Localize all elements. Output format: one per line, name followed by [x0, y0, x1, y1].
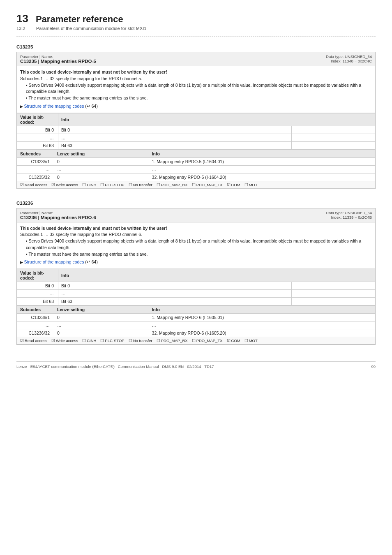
value-table-c13235: Value is bit-coded: Info Bit 0 Bit 0 … …… — [17, 113, 375, 150]
param-label-c13235: Parameter | Name: — [20, 54, 96, 59]
footer-row-c13235: Read access Write access CINH PLC-STOP N… — [17, 181, 375, 188]
cb-com: COM — [227, 183, 240, 187]
subcode-header-col3-c13236: Info — [149, 306, 375, 314]
param-label-c13236: Parameter | Name: — [20, 210, 96, 215]
cb-write-access: Write access — [51, 183, 78, 187]
param-header-c13235: Parameter | Name: C13235 | Mapping entri… — [17, 52, 375, 66]
param-name-block-c13236: Parameter | Name: C13236 | Mapping entri… — [20, 210, 96, 220]
param-block-c13235: Parameter | Name: C13235 | Mapping entri… — [16, 52, 376, 189]
cb-mot-c13236: MOT — [244, 338, 258, 343]
table-row: C13236/1 0 1. Mapping entry RPDO-6 (I-16… — [17, 314, 375, 321]
desc-bullet-2-c13236: The master must have the same mapping en… — [26, 251, 372, 258]
sub-title: Parameters of the communication module f… — [36, 26, 146, 31]
chapter-number: 13 — [16, 12, 28, 25]
subcode-header-col2-c13236: Lenze setting — [54, 306, 149, 314]
subcode-header-col1-c13236: Subcodes — [17, 306, 54, 314]
sub-number: 13.2 — [16, 26, 29, 31]
param-name-c13235: C13235 | Mapping entries RPDO-5 — [20, 59, 96, 64]
table-row: Bit 0 Bit 0 — [17, 126, 375, 134]
value-header-col1-c13236: Value is bit-coded: — [17, 269, 58, 282]
cb-cinh: CINH — [82, 183, 96, 187]
param-data-type-c13235: Data type: UNSIGNED_64 Index: 11340 = 0x… — [326, 54, 372, 63]
param-name-c13236: C13236 | Mapping entries RPDO-6 — [20, 215, 96, 220]
table-row: C13235/32 0 32. Mapping entry RPDO-5 (I-… — [17, 173, 375, 181]
table-row: … … … — [17, 321, 375, 329]
table-row: Bit 63 Bit 63 — [17, 141, 375, 149]
chapter-title: Parameter reference — [36, 14, 123, 25]
cb-plc-stop: PLC-STOP — [100, 183, 124, 187]
footer-page-number: 99 — [371, 364, 376, 369]
link-line-c13235: Structure of the mapping codes (↵ 64) — [20, 103, 372, 110]
cb-no-transfer: No transfer — [129, 183, 152, 187]
cb-read-access: Read access — [20, 183, 47, 187]
value-header-col2-c13236: Info — [58, 269, 375, 282]
cb-cinh-c13236: CINH — [82, 338, 96, 343]
cb-pdo-map-tx: PDO_MAP_TX — [192, 183, 223, 187]
table-row: C13235/1 0 1. Mapping entry RPDO-5 (I-16… — [17, 157, 375, 165]
table-row: … … … — [17, 165, 375, 173]
table-row: … … — [17, 134, 375, 141]
checkbox-row-c13235: Read access Write access CINH PLC-STOP N… — [20, 183, 371, 187]
subchapter: 13.2 Parameters of the communication mod… — [16, 26, 376, 31]
page-header: 13 Parameter reference 13.2 Parameters o… — [16, 12, 376, 31]
cb-pdo-map-rx: PDO_MAP_RX — [157, 183, 188, 187]
subcode-table-c13235: Subcodes Lenze setting Info C13235/1 0 1… — [17, 150, 375, 189]
desc-bullet-1-c13235: Servo Drives 9400 exclusively support ma… — [26, 82, 372, 95]
subcode-header-col2: Lenze setting — [54, 150, 149, 157]
footer-left: Lenze · E94AYCET communication module (E… — [16, 364, 214, 369]
structure-link-c13235[interactable]: Structure of the mapping codes — [24, 104, 84, 109]
cb-no-transfer-c13236: No transfer — [129, 338, 152, 343]
param-description-c13235: This code is used device-internally and … — [17, 66, 375, 113]
param-name-block-c13235: Parameter | Name: C13235 | Mapping entri… — [20, 54, 96, 64]
checkbox-row-c13236: Read access Write access CINH PLC-STOP N… — [20, 338, 371, 343]
table-row: C13236/32 0 32. Mapping entry RPDO-6 (I-… — [17, 329, 375, 337]
link-line-c13236: Structure of the mapping codes (↵ 64) — [20, 259, 372, 266]
cb-com-c13236: COM — [227, 338, 240, 343]
section-c13236-label: C13236 — [16, 201, 376, 206]
page-footer: Lenze · E94AYCET communication module (E… — [16, 361, 376, 369]
param-description-c13236: This code is used device-internally and … — [17, 222, 375, 269]
subcode-table-c13236: Subcodes Lenze setting Info C13236/1 0 1… — [17, 305, 375, 345]
footer-row-c13236: Read access Write access CINH PLC-STOP N… — [17, 337, 375, 345]
value-table-c13236: Value is bit-coded: Info Bit 0 Bit 0 … …… — [17, 269, 375, 305]
desc-bullet-1-c13236: Servo Drives 9400 exclusively support ma… — [26, 238, 372, 251]
subcode-header-col3: Info — [149, 150, 375, 157]
table-row: … … — [17, 290, 375, 298]
section-c13235-label: C13235 — [16, 44, 376, 49]
value-header-col1: Value is bit-coded: — [17, 113, 58, 126]
desc-bullet-2-c13235: The master must have the same mapping en… — [26, 95, 372, 102]
cb-pdo-map-tx-c13236: PDO_MAP_TX — [192, 338, 223, 343]
param-data-type-c13236: Data type: UNSIGNED_64 Index: 11339 = 0x… — [326, 210, 372, 220]
cb-mot: MOT — [244, 183, 258, 187]
cb-plc-stop-c13236: PLC-STOP — [100, 338, 124, 343]
structure-link-c13236[interactable]: Structure of the mapping codes — [24, 259, 84, 264]
subcode-header-col1: Subcodes — [17, 150, 54, 157]
param-block-c13236: Parameter | Name: C13236 | Mapping entri… — [16, 208, 376, 345]
table-row: Bit 63 Bit 63 — [17, 298, 375, 305]
cb-pdo-map-rx-c13236: PDO_MAP_RX — [157, 338, 188, 343]
divider — [16, 37, 376, 37]
cb-read-access-c13236: Read access — [20, 338, 47, 343]
value-header-col2: Info — [58, 113, 375, 126]
param-header-c13236: Parameter | Name: C13236 | Mapping entri… — [17, 208, 375, 222]
cb-write-access-c13236: Write access — [51, 338, 78, 343]
table-row: Bit 0 Bit 0 — [17, 282, 375, 290]
